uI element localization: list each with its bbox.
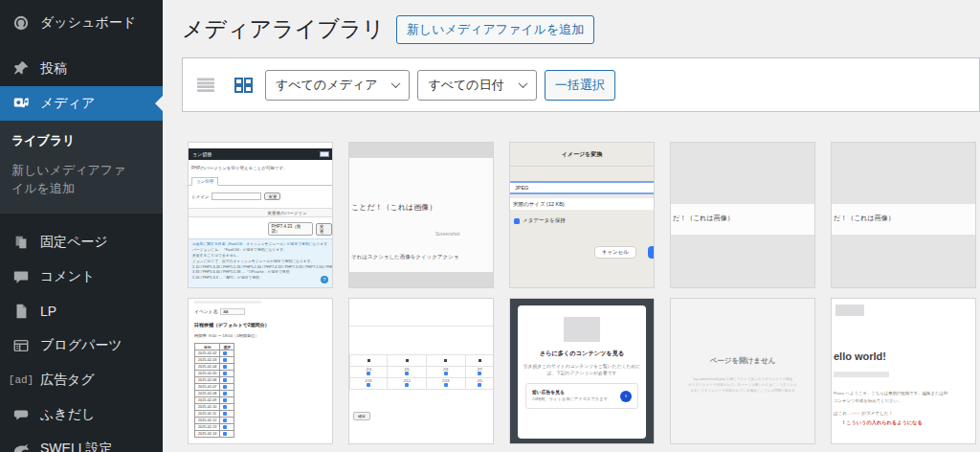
sidebar-item-blog-parts[interactable]: ブログパーツ [0,328,163,363]
sidebar-item-label: 固定ページ [40,234,108,251]
format-select-mock: JPEG [509,181,655,194]
menu-separator [0,214,163,225]
sidebar-item-label: ふきだし [40,406,95,423]
dot-icon [406,359,409,362]
checkbox-icon [223,418,227,422]
dashboard-gauge-icon [11,13,31,33]
swell-bird-icon [11,440,31,452]
media-toolbar: すべてのメディア すべての日付 一括選択 [182,57,980,112]
checkbox-icon [223,432,227,436]
pushpin-icon [11,59,31,79]
comment-bubble-icon [11,267,31,286]
sidebar-item-library[interactable]: ライブラリ [0,126,144,156]
sidebar-item-label: SWELL設定 [40,441,112,452]
sidebar-item-label: コメント [40,268,95,285]
sidebar-item-swell-settings[interactable]: SWELL設定 [0,432,163,452]
sidebar-item-label: メディア [40,95,95,112]
sidebar-item-comments[interactable]: コメント [0,260,163,294]
pages-icon [11,233,31,252]
checkbox-icon [223,412,227,416]
checkbox-icon [444,372,448,375]
sidebar-item-label: 投稿 [40,60,67,78]
list-view-icon [197,78,216,93]
checkbox-icon [223,398,227,402]
help-icon: ? [321,276,328,283]
media-type-filter[interactable]: すべてのメディア [265,70,410,101]
checkbox-icon [223,351,227,355]
media-grid: ョン切替 PHPのバージョンを切り替えることが可能です。 ョン切替 ドメイン 変… [188,142,980,444]
media-item-ad-modal-screenshot[interactable]: さらに多くのコンテンツを見る 引き続きこのサイトのコンテンツをご覧いただくために… [509,298,655,444]
blurred-region [835,305,864,316]
checkbox-icon [223,358,227,362]
grid-view-button[interactable] [229,71,257,100]
checkbox-icon [223,365,227,369]
active-menu-arrow [147,96,163,111]
media-item-event-form-screenshot[interactable]: イベント名: aa 日程候補（デフォルトで2週間分） 時間帯: 9:00 〜 1… [188,298,333,444]
sidebar-item-label: ダッシュボード [40,14,136,32]
checkbox-icon [367,383,370,387]
media-type-filter-value: すべてのメディア [276,77,377,94]
sidebar-item-label: LP [40,304,56,319]
checkbox-icon [405,383,409,387]
grid-view-icon [234,78,253,93]
page-header: メディアライブラリ 新しいメディアファイルを追加 [182,14,980,44]
image-placeholder [564,317,600,342]
blurred-region [834,372,889,377]
menu-separator [0,40,163,52]
checkbox-icon [223,392,227,396]
checkbox-icon [223,425,227,429]
sidebar-item-media[interactable]: メディア [0,86,163,121]
dot-icon [368,359,370,362]
checkbox-icon [478,372,481,375]
confirm-button-mock [648,246,655,259]
page-title: メディアライブラリ [182,14,385,44]
dot-icon [444,359,447,362]
date-filter[interactable]: すべての日付 [417,70,536,101]
checkbox-icon [223,385,227,389]
domain-input-mock [212,192,261,200]
sidebar-item-lp[interactable]: LP [0,294,163,328]
checkbox-icon [223,405,227,409]
layout-grid-icon [11,336,31,355]
document-icon [11,302,31,321]
dot-icon [479,359,481,362]
checkbox-icon [367,372,370,375]
chevron-down-icon [391,79,401,88]
cancel-button-mock: キャンセル [594,246,636,259]
media-item-calendar-screenshot[interactable]: 2/42/52/62/7 2/112/122/132/1 確定 [348,298,494,444]
checkbox-icon [444,383,448,387]
checkbox-icon [223,378,227,382]
checkbox-icon [514,218,520,224]
checkbox-icon [223,372,227,375]
arrow-circle-icon: › [620,391,632,402]
sidebar-item-label: ブログパーツ [40,337,122,354]
list-view-button[interactable] [192,71,221,100]
add-new-media-button[interactable]: 新しいメディアファイルを追加 [396,15,594,44]
media-submenu: ライブラリ 新しいメディアファイルを追加 [0,121,163,214]
checkbox-icon [405,372,409,375]
window-button-icon [320,151,329,157]
sidebar-item-dashboard[interactable]: ダッシュボード [0,6,163,40]
chevron-down-icon [518,79,527,88]
sidebar-item-posts[interactable]: 投稿 [0,52,163,86]
media-item-convert-dialog[interactable]: イメージを変換 JPEG 実際のサイズ (12 KB) メタデータを保持 キャン… [509,142,655,288]
bulk-select-button[interactable]: 一括選択 [545,70,615,101]
speech-balloon-icon [11,405,31,424]
sidebar-item-fukidashi[interactable]: ふきだし [0,397,163,432]
date-filter-value: すべての日付 [428,77,503,94]
media-item-cropped-text-image[interactable]: だ！（これは画像） [831,142,976,288]
ad-brackets-icon: [ad] [11,371,31,390]
media-item-cropped-text-image[interactable]: だ！（これは画像） [670,142,815,288]
admin-sidebar: ダッシュボード 投稿 メディア ライブラリ 新しいメディアファイルを追加 固定ペ… [0,0,163,452]
media-camera-note-icon [11,94,31,113]
media-item-php-version-screenshot[interactable]: ョン切替 PHPのバージョンを切り替えることが可能です。 ョン切替 ドメイン 変… [188,142,333,288]
sidebar-item-label: 広告タグ [40,372,95,389]
sidebar-item-ad-tags[interactable]: [ad] 広告タグ [0,363,163,397]
checkbox-icon [478,383,481,387]
media-item-screenshot-note[interactable]: ことだ！（これは画像） Screenshot それはスクショした画像をクイックア… [348,142,494,288]
sidebar-item-add-new-media[interactable]: 新しいメディアファイルを追加 [0,156,144,204]
media-item-page-error-screenshot[interactable]: ページを開けません “wp-admin/install.php”を開こうとして多… [670,298,815,444]
sidebar-item-pages[interactable]: 固定ページ [0,225,163,260]
media-library-page: メディアライブラリ 新しいメディアファイルを追加 すべてのメディア すべての日付… [163,0,980,452]
media-item-hello-world-screenshot[interactable]: ello world! Press へようこそ。こちらは最初の投稿です。編集また… [831,298,976,444]
